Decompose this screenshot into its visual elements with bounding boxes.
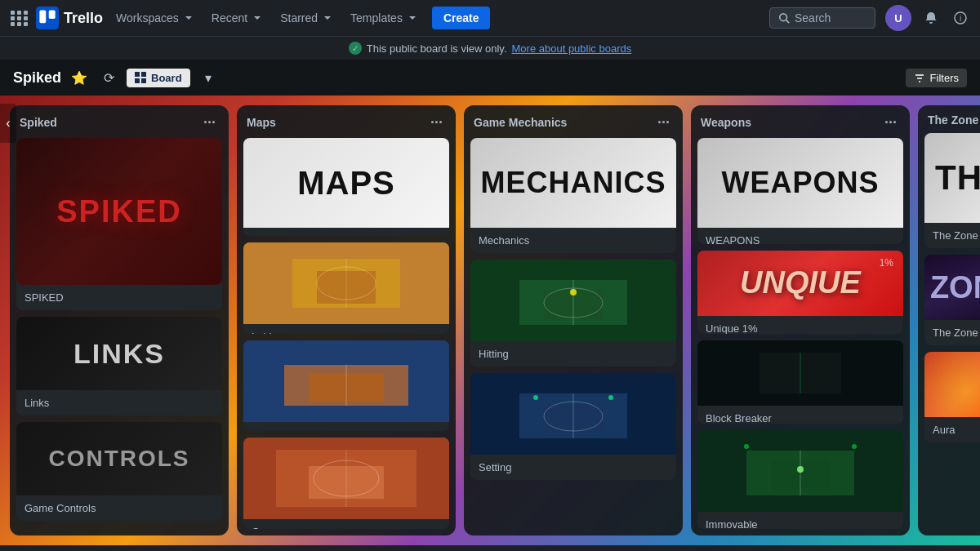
column-title-weapons: Weapons [701, 116, 751, 129]
templates-button[interactable]: Templates [344, 8, 425, 28]
card-thezone-cover[interactable]: TH The Zone [924, 133, 980, 248]
card-links[interactable]: LINKS Links [16, 317, 222, 415]
svg-rect-10 [141, 78, 146, 83]
controls-card-text: CONTROLS [48, 446, 189, 472]
thezone-cover-text: TH [935, 158, 980, 198]
card-hitting[interactable]: Hitting [470, 260, 676, 367]
zone2-text: ZON [930, 270, 980, 305]
notif-icon: ✓ [349, 42, 362, 55]
trello-logo-icon [36, 7, 59, 29]
card-label-controls: Game Controls [16, 495, 222, 521]
card-unique[interactable]: UNQIUE 1% Unique 1% [697, 251, 903, 334]
card-label: SPIKED [16, 285, 222, 310]
chevron-down-icon [406, 11, 419, 24]
chevron-down-icon [251, 11, 264, 24]
card-label-thezone-cover: The Zone [924, 223, 980, 248]
create-button[interactable]: Create [432, 7, 491, 29]
card-immovable[interactable]: Immovable [697, 430, 903, 529]
card-gym[interactable]: Gym [243, 438, 449, 529]
svg-point-48 [797, 466, 804, 473]
nav-bar: Trello Workspaces Recent Starred Templat… [0, 0, 980, 36]
notif-link[interactable]: More about public boards [512, 42, 632, 55]
column-menu-weapons[interactable]: ··· [881, 113, 900, 131]
svg-point-49 [744, 444, 749, 449]
filters-button[interactable]: Filters [906, 69, 967, 87]
card-aura[interactable]: Aura [924, 352, 980, 442]
board-area: ‹ Spiked ··· SPIKED SPIKED LINKS Links [0, 96, 980, 545]
svg-rect-9 [135, 78, 140, 83]
svg-point-50 [852, 444, 857, 449]
column-weapons: Weapons ··· WEAPONS WEAPONS UNQIUE 1% Un… [691, 105, 910, 535]
column-title-mechanics: Game Mechanics [474, 116, 567, 129]
notifications-icon[interactable] [918, 5, 944, 31]
svg-rect-2 [49, 10, 56, 19]
links-card-text: LINKS [74, 338, 165, 370]
column-menu-mechanics[interactable]: ··· [654, 113, 673, 131]
column-menu-spiked[interactable]: ··· [200, 113, 219, 131]
unique-card-text: UNQIUE [740, 265, 861, 300]
watch-icon[interactable]: ⟳ [97, 66, 120, 89]
chevron-down-icon [321, 11, 334, 24]
expand-icon[interactable]: ▾ [197, 66, 220, 89]
mechanics-cover-text: MECHANICS [472, 158, 674, 208]
card-label-lobby: Lobby [243, 324, 449, 334]
card-zone2[interactable]: ZON The Zone [924, 255, 980, 345]
column-title-spiked: Spiked [20, 116, 57, 129]
card-weapons-cover[interactable]: WEAPONS WEAPONS [697, 138, 903, 244]
star-icon[interactable]: ⭐ [68, 66, 91, 89]
workspaces-button[interactable]: Workspaces [109, 8, 202, 28]
svg-rect-1 [39, 10, 46, 23]
board-header: Spiked ⭐ ⟳ Board ▾ Filters [0, 60, 980, 96]
chevron-down-icon [182, 11, 195, 24]
column-menu-maps[interactable]: ··· [427, 113, 446, 131]
card-label-gym: Gym [243, 519, 449, 529]
svg-point-39 [533, 395, 538, 400]
column-mechanics: Game Mechanics ··· MECHANICS Mechanics [464, 105, 683, 535]
info-icon[interactable]: i [947, 5, 973, 31]
card-spiked-hero[interactable]: SPIKED SPIKED [16, 138, 222, 310]
starred-button[interactable]: Starred [274, 8, 341, 28]
card-label-nationals: Nationals [243, 422, 449, 432]
svg-line-4 [786, 20, 790, 24]
column-spiked: Spiked ··· SPIKED SPIKED LINKS Links [10, 105, 229, 535]
column-maps: Maps ··· MAPS Maps [237, 105, 456, 535]
card-setting[interactable]: Setting [470, 373, 676, 480]
board-view-button[interactable]: Board [127, 69, 190, 87]
search-box[interactable]: Search [769, 7, 875, 29]
card-label-aura: Aura [924, 417, 980, 442]
svg-point-40 [608, 395, 613, 400]
card-maps-cover[interactable]: MAPS Maps [243, 138, 449, 236]
maps-cover-text: MAPS [289, 157, 403, 210]
sidebar-toggle[interactable]: ‹ [0, 104, 16, 143]
column-title-maps: Maps [247, 116, 276, 129]
card-nationals[interactable]: Nationals [243, 340, 449, 432]
svg-text:i: i [960, 14, 961, 23]
unique-percent-text: 1% [880, 257, 893, 269]
svg-point-3 [780, 14, 787, 21]
card-label-unique: Unique 1% [697, 316, 903, 334]
recent-button[interactable]: Recent [205, 8, 270, 28]
card-label-maps: Maps [243, 228, 449, 236]
card-lobby[interactable]: Lobby [243, 242, 449, 334]
card-label-blockbreaker: Block Breaker [697, 406, 903, 424]
card-label-weapons: WEAPONS [697, 228, 903, 244]
trello-logo[interactable]: Trello [36, 7, 103, 29]
weapons-cover-text: WEAPONS [713, 158, 887, 208]
filter-icon [914, 72, 925, 83]
svg-point-33 [570, 289, 577, 295]
column-thezone: The Zone TH The Zone ZON The Zone [918, 105, 980, 535]
card-label-links: Links [16, 390, 222, 415]
card-controls[interactable]: CONTROLS Game Controls [16, 422, 222, 521]
avatar[interactable]: U [885, 5, 911, 31]
grid-menu-icon[interactable] [7, 5, 33, 31]
notification-bar: ✓ This public board is view only. More a… [0, 36, 980, 60]
card-label-setting: Setting [470, 455, 676, 480]
card-mechanics-cover[interactable]: MECHANICS Mechanics [470, 138, 676, 253]
search-icon [778, 12, 790, 24]
card-blockbreaker[interactable]: Block Breaker [697, 340, 903, 424]
spiked-logo-text: SPIKED [56, 194, 181, 229]
trello-logo-text: Trello [64, 10, 103, 27]
card-label-hitting: Hitting [470, 341, 676, 367]
card-label-zone2: The Zone [924, 320, 980, 345]
svg-rect-8 [141, 72, 146, 77]
